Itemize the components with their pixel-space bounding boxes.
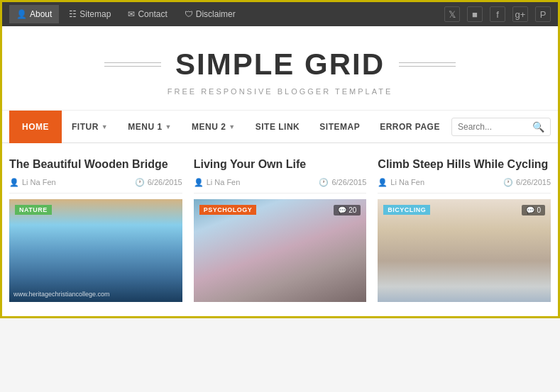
nav-home[interactable]: HOME	[9, 111, 62, 143]
facebook-icon[interactable]: f	[490, 6, 505, 22]
post-author-3: 👤 Li Na Fen	[378, 178, 424, 187]
grid-icon: ☷	[69, 9, 77, 19]
social-icons-bar: 𝕏 ■ f g+ P	[444, 6, 551, 22]
content-area: The Beautiful Wooden Bridge 👤 Li Na Fen …	[2, 143, 558, 316]
nav-item-sitemap[interactable]: ☷ Sitemap	[62, 5, 118, 23]
header-inner: SIMPLE GRID	[16, 47, 544, 82]
chevron-down-icon: ▼	[229, 123, 235, 130]
post-title-1[interactable]: The Beautiful Wooden Bridge	[9, 157, 182, 172]
post-comment-badge-2: 💬 20	[334, 205, 361, 215]
site-title: SIMPLE GRID	[175, 47, 385, 82]
shield-icon: 🛡	[185, 9, 193, 19]
nav-menu1[interactable]: MENU 1 ▼	[118, 111, 182, 143]
nav-menu2[interactable]: MENU 2 ▼	[182, 111, 246, 143]
clock-icon: 🕐	[135, 178, 145, 187]
post-title-2[interactable]: Living Your Own Life	[194, 157, 367, 172]
posts-grid: The Beautiful Wooden Bridge 👤 Li Na Fen …	[9, 157, 551, 302]
post-meta-2: 👤 Li Na Fen 🕐 6/26/2015	[194, 178, 367, 194]
chevron-down-icon: ▼	[101, 123, 108, 130]
person-icon: 👤	[378, 178, 388, 187]
nav-fitur[interactable]: FITUR ▼	[62, 111, 118, 143]
post-image-wrap-3: BICYCLING 💬 0	[378, 199, 551, 302]
site-header: SIMPLE GRID FREE RESPONSIVE BLOGGER TEMP…	[2, 26, 558, 111]
search-icon[interactable]: 🔍	[532, 121, 544, 133]
nav-errorpage[interactable]: ERROR PAGE	[370, 111, 450, 143]
search-input[interactable]	[458, 122, 529, 132]
post-date-2: 🕐 6/26/2015	[319, 178, 366, 187]
clock-icon: 🕐	[319, 178, 329, 187]
post-image-wrap-2: PSYCHOLOGY 💬 20	[194, 199, 367, 302]
clock-icon: 🕐	[503, 178, 513, 187]
pinterest-icon[interactable]: P	[535, 6, 551, 22]
top-navigation: 👤 About ☷ Sitemap ✉ Contact 🛡 Disclaimer…	[2, 2, 558, 26]
header-lines-left	[104, 62, 161, 67]
post-watermark-1: www.heritagechristiancollege.com	[13, 291, 110, 298]
post-date-3: 🕐 6/26/2015	[503, 178, 551, 187]
nav-item-disclaimer[interactable]: 🛡 Disclaimer	[177, 5, 243, 23]
nav-item-contact[interactable]: ✉ Contact	[121, 5, 174, 23]
main-navigation: HOME FITUR ▼ MENU 1 ▼ MENU 2 ▼ SITE LINK…	[2, 111, 558, 143]
twitter-icon[interactable]: 𝕏	[444, 6, 460, 22]
post-card-2[interactable]: Living Your Own Life 👤 Li Na Fen 🕐 6/26/…	[194, 157, 367, 302]
top-nav-left: 👤 About ☷ Sitemap ✉ Contact 🛡 Disclaimer	[9, 5, 243, 23]
person-icon: 👤	[9, 178, 19, 187]
post-comment-badge-3: 💬 0	[522, 205, 545, 215]
site-subtitle: FREE RESPONSIVE BLOGGER TEMPLATE	[16, 87, 544, 96]
header-line	[399, 66, 456, 67]
header-line	[104, 62, 161, 63]
post-date-1: 🕐 6/26/2015	[135, 178, 182, 187]
search-box[interactable]: 🔍	[451, 118, 551, 136]
person-icon: 👤	[16, 9, 27, 19]
nav-sitemap[interactable]: SITEMAP	[309, 111, 370, 143]
envelope-icon: ✉	[128, 9, 135, 19]
post-category-badge-2: PSYCHOLOGY	[199, 205, 257, 215]
header-line	[399, 62, 456, 63]
post-card-1[interactable]: The Beautiful Wooden Bridge 👤 Li Na Fen …	[9, 157, 182, 302]
chevron-down-icon: ▼	[165, 123, 172, 130]
person-icon: 👤	[194, 178, 204, 187]
instagram-icon[interactable]: ■	[467, 6, 483, 22]
post-card-3[interactable]: Climb Steep Hills While Cycling 👤 Li Na …	[378, 157, 551, 302]
post-category-badge-1: NATURE	[15, 205, 52, 215]
header-line	[104, 66, 161, 67]
post-meta-1: 👤 Li Na Fen 🕐 6/26/2015	[9, 178, 182, 194]
post-category-badge-3: BICYCLING	[383, 205, 430, 215]
post-image-wrap-1: NATURE www.heritagechristiancollege.com	[9, 199, 182, 302]
nav-item-about[interactable]: 👤 About	[9, 5, 59, 23]
post-author-1: 👤 Li Na Fen	[9, 178, 56, 187]
header-lines-right	[399, 62, 456, 67]
post-author-2: 👤 Li Na Fen	[194, 178, 241, 187]
comment-icon: 💬	[338, 206, 346, 214]
comment-icon: 💬	[526, 206, 534, 214]
googleplus-icon[interactable]: g+	[512, 6, 528, 22]
post-meta-3: 👤 Li Na Fen 🕐 6/26/2015	[378, 178, 551, 194]
nav-items-list: HOME FITUR ▼ MENU 1 ▼ MENU 2 ▼ SITE LINK…	[9, 111, 451, 143]
post-title-3[interactable]: Climb Steep Hills While Cycling	[378, 157, 551, 172]
nav-sitelink[interactable]: SITE LINK	[246, 111, 310, 143]
